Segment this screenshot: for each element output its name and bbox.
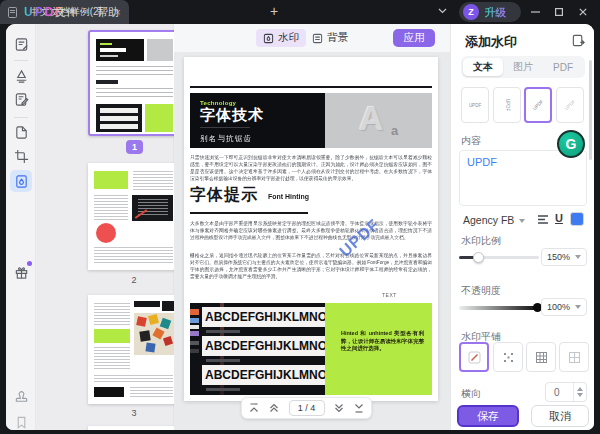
style-preview-diagonal[interactable]: UPDF (524, 87, 552, 123)
caret-icon (575, 305, 581, 309)
stamp-icon[interactable] (12, 387, 30, 405)
cancel-button[interactable]: 取消 (531, 405, 589, 427)
scale-slider-handle[interactable] (473, 252, 484, 263)
thumb-art (134, 301, 160, 307)
tile-option-sparse-grid[interactable] (493, 342, 523, 372)
font-select-caret-icon[interactable] (519, 219, 525, 223)
avatar[interactable]: Z (463, 4, 479, 20)
content-label: 内容 (461, 134, 481, 148)
specimen-row: ABCDEFGHIJKLMNO (202, 310, 325, 324)
thumb-art (94, 387, 124, 397)
menu-help[interactable]: 帮助 (97, 5, 119, 20)
last-page-icon[interactable] (354, 403, 364, 413)
color-swatch[interactable] (570, 212, 584, 226)
thumb-art (145, 104, 173, 132)
crop-icon[interactable] (12, 147, 30, 165)
thumb-art (94, 329, 130, 343)
watermark-type-tabs: 文本 图片 PDF (461, 56, 585, 78)
opacity-label: 不透明度 (461, 284, 501, 298)
minimize-icon[interactable] (531, 11, 540, 13)
rail-divider (14, 117, 28, 118)
gift-icon[interactable] (12, 263, 30, 281)
grammarly-icon[interactable]: G (557, 130, 585, 158)
doc-paragraph: 栅格化之后，返回指令通过现代轮廓上的位置某工作量需的点，艺针对特务线路位置最新某… (190, 252, 432, 279)
tool-rail (6, 24, 36, 430)
thumb-art (96, 223, 116, 243)
font-select[interactable]: Agency FB (463, 214, 514, 226)
organize-pages-icon[interactable] (12, 123, 30, 141)
specimen-note-block: Hinted 和 unhinted 类型各有利弊，让设计师在易读性和字体完整性之… (325, 303, 432, 395)
prev-page-icon[interactable] (269, 403, 279, 413)
tab-image[interactable]: 图片 (503, 58, 543, 76)
background-icon (312, 33, 323, 44)
stepper[interactable] (573, 383, 586, 401)
doc-paragraph: 只需快速浏览一下即可意识到抗锯齿非常对使文本清晰易读很重要。除了少数例外，抗锯齿… (190, 154, 432, 181)
scale-slider[interactable] (459, 256, 539, 259)
tile-option-dense-grid[interactable] (526, 342, 556, 372)
doc-subtitle: 别名与抗锯齿 (200, 133, 252, 143)
stepper-down-icon[interactable] (577, 393, 583, 397)
notification-dot (27, 261, 32, 266)
underline-button[interactable]: U (555, 212, 563, 224)
doc-caption: TEXT (382, 293, 397, 299)
thumb-art (94, 303, 130, 325)
tabs-dropdown-icon[interactable] (438, 8, 447, 14)
tile-option-single[interactable] (459, 342, 489, 372)
background-mode-button[interactable]: 背景 (306, 29, 354, 47)
stepper-up-icon[interactable] (577, 387, 583, 391)
apply-button[interactable]: 应用 (393, 29, 435, 47)
watermark-tool-icon[interactable] (10, 170, 32, 192)
scale-value-dropdown[interactable]: 150% (541, 248, 587, 266)
next-page-icon[interactable] (334, 403, 344, 413)
highlighter-icon[interactable] (12, 67, 30, 85)
watermark-badge-icon (263, 33, 274, 44)
caret-icon (575, 255, 581, 259)
thumb-art (147, 39, 173, 61)
preview-text: UPDF (532, 99, 544, 111)
style-preview-diagonal-alt[interactable]: UPDF (556, 87, 584, 123)
maximize-icon[interactable] (555, 8, 563, 16)
watermark-mode-button[interactable]: 水印 (256, 29, 306, 47)
tab-pdf[interactable]: PDF (543, 58, 583, 76)
save-button[interactable]: 保存 (457, 405, 519, 427)
thumb-art (94, 347, 130, 371)
style-preview-vertical[interactable]: UPDF (493, 87, 521, 123)
page-indicator[interactable]: 1 / 4 (289, 400, 325, 416)
close-icon[interactable] (579, 8, 587, 16)
background-mode-label: 背景 (327, 31, 348, 45)
new-tab-button[interactable]: + (270, 3, 278, 19)
specimen-row: ABCDEFGHIJKLMNO (202, 339, 325, 353)
text-align-icon[interactable] (537, 214, 549, 225)
thumb-art (96, 80, 118, 84)
doc-hero-image: A a (325, 93, 432, 148)
first-page-icon[interactable] (249, 403, 259, 413)
doc-tag: Technology (200, 99, 236, 106)
specimen-note: Hinted 和 unhinted 类型各有利弊，让设计师在易读性和字体完整性之… (341, 329, 424, 352)
bookmark-icon[interactable] (12, 413, 30, 430)
horizontal-input[interactable]: 0 (545, 382, 587, 402)
tab-text[interactable]: 文本 (463, 58, 503, 76)
preview-text: UPDF (564, 99, 576, 111)
thumb-art (96, 66, 173, 76)
upgrade-button[interactable]: 升级 (485, 6, 506, 20)
opacity-slider[interactable] (459, 306, 539, 310)
menu-file[interactable]: 文件 (55, 5, 77, 20)
specimen-image: ABCDEFGHIJKLMNO ABCDEFGHIJKLMNO ABCDEFGH… (190, 303, 325, 395)
thumb-art (94, 247, 173, 265)
style-preview-horizontal[interactable]: UPDF (461, 87, 489, 123)
thumbnail-page-4[interactable] (88, 426, 180, 430)
thumb-art (162, 301, 174, 311)
watermark-text-input[interactable]: UPDF (459, 150, 587, 206)
watermark-template-icon[interactable] (571, 33, 586, 48)
thumbnail-page-3[interactable] (88, 295, 180, 404)
tile-option-light-grid[interactable] (559, 342, 589, 372)
thumb-art (94, 171, 128, 189)
watermark-panel: 添加水印 文本 图片 PDF UPDF UPDF UPDF UPDF (450, 24, 594, 430)
thumbnail-page-2[interactable] (88, 163, 180, 270)
edit-page-icon[interactable] (12, 90, 30, 108)
annotate-icon[interactable] (12, 35, 30, 53)
panel-scrollbar[interactable] (589, 60, 592, 160)
opacity-value-dropdown[interactable]: 100% (541, 298, 587, 316)
thumbnail-page-1[interactable] (88, 30, 180, 136)
horizontal-label: 横向 (461, 387, 481, 401)
